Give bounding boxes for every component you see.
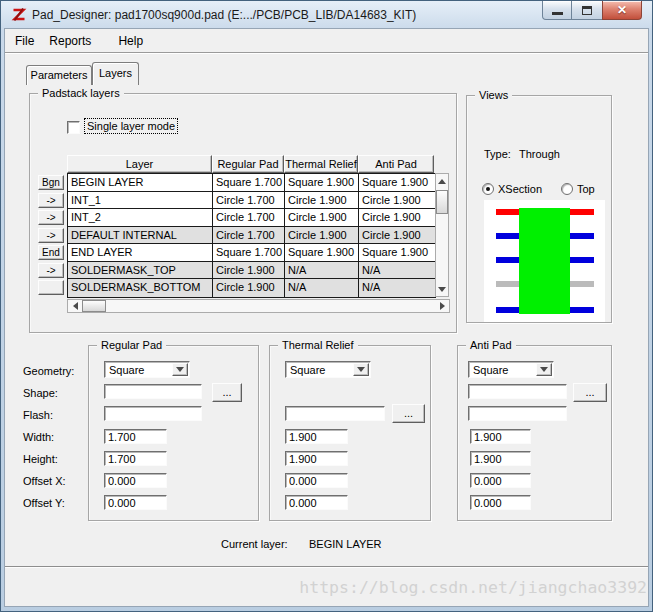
cell-regular-pad[interactable]: Circle 1.900 [213, 279, 285, 297]
tab-layers[interactable]: Layers [92, 62, 139, 85]
cell-layer[interactable]: DEFAULT INTERNAL [68, 227, 213, 244]
cell-thermal-relief[interactable]: N/A [285, 262, 359, 279]
table-row-5[interactable]: SOLDERMASK_TOP Circle 1.900 N/A N/A [68, 262, 435, 280]
menu-file[interactable]: File [11, 32, 38, 50]
cell-thermal-relief[interactable]: N/A [285, 279, 359, 297]
vertical-scroll-thumb[interactable] [436, 190, 448, 214]
thermal-relief-geometry-value: Square [290, 363, 325, 377]
table-horizontal-scrollbar[interactable] [67, 299, 450, 313]
column-header-layer[interactable]: Layer [67, 155, 212, 173]
anti-pad-width-input[interactable] [470, 429, 531, 444]
close-button[interactable]: ✕ [602, 1, 642, 20]
row-button-arrow-2[interactable]: -> [38, 210, 64, 225]
regular-pad-offset-x-input[interactable] [104, 473, 167, 488]
regular-pad-flash-input[interactable] [104, 406, 202, 421]
cell-anti-pad[interactable]: N/A [359, 279, 435, 297]
scroll-left-icon[interactable] [71, 300, 79, 312]
regular-pad-height-input[interactable] [104, 451, 167, 466]
cell-thermal-relief[interactable]: Circle 1.900 [285, 227, 359, 244]
cell-anti-pad[interactable]: Circle 1.900 [359, 192, 435, 209]
anti-pad-height-input[interactable] [470, 451, 531, 466]
table-row-1[interactable]: INT_1 Circle 1.700 Circle 1.900 Circle 1… [68, 192, 435, 210]
single-layer-mode-checkbox[interactable] [67, 121, 80, 134]
cell-layer[interactable]: END LAYER [68, 244, 213, 261]
row-button-arrow-5[interactable]: -> [38, 263, 64, 278]
row-button-arrow-3[interactable]: -> [38, 228, 64, 243]
top-radio[interactable] [561, 183, 573, 195]
cell-layer[interactable]: BEGIN LAYER [68, 174, 213, 191]
regular-pad-offset-y-input[interactable] [104, 495, 167, 510]
tab-parameters[interactable]: Parameters [26, 65, 92, 85]
top-radio-label[interactable]: Top [577, 183, 595, 195]
cell-anti-pad[interactable]: Square 1.900 [359, 174, 435, 191]
scroll-up-icon[interactable] [436, 177, 448, 185]
menu-help[interactable]: Help [114, 32, 147, 50]
caption-buttons: ✕ [542, 1, 642, 20]
anti-pad-geometry-select[interactable]: Square [468, 361, 554, 378]
anti-pad-offset-x-input[interactable] [470, 473, 531, 488]
maximize-button[interactable] [572, 1, 602, 20]
cell-layer[interactable]: SOLDERMASK_TOP [68, 262, 213, 279]
app-icon [11, 7, 27, 23]
xsection-radio-label[interactable]: XSection [498, 183, 542, 195]
cell-layer[interactable]: INT_2 [68, 209, 213, 226]
row-button-end[interactable]: End [38, 245, 64, 260]
column-header-regular-pad[interactable]: Regular Pad [212, 155, 284, 173]
thermal-relief-height-input[interactable] [285, 451, 348, 466]
anti-pad-shape-browse-button[interactable]: ... [573, 383, 607, 402]
cell-regular-pad[interactable]: Circle 1.700 [213, 227, 285, 244]
chevron-down-icon[interactable] [536, 363, 552, 376]
scroll-down-icon[interactable] [436, 285, 448, 293]
scroll-right-icon[interactable] [438, 300, 446, 312]
single-layer-mode-label[interactable]: Single layer mode [85, 119, 177, 133]
cell-regular-pad[interactable]: Square 1.700 [213, 174, 285, 191]
cell-regular-pad[interactable]: Circle 1.900 [213, 262, 285, 279]
pad-designer-window: Pad_Designer: pad1700sq900d.pad (E:.../P… [0, 0, 653, 612]
table-row-0[interactable]: BEGIN LAYER Square 1.700 Square 1.900 Sq… [68, 174, 435, 192]
minimize-button[interactable] [542, 1, 572, 20]
regular-pad-geometry-select[interactable]: Square [104, 361, 190, 378]
cell-thermal-relief[interactable]: Circle 1.900 [285, 209, 359, 226]
table-row-2[interactable]: INT_2 Circle 1.700 Circle 1.900 Circle 1… [68, 209, 435, 227]
cell-regular-pad[interactable]: Circle 1.700 [213, 192, 285, 209]
column-header-thermal-relief[interactable]: Thermal Relief [284, 155, 358, 173]
cell-thermal-relief[interactable]: Circle 1.900 [285, 192, 359, 209]
chevron-down-icon[interactable] [172, 363, 188, 376]
row-button-arrow-1[interactable]: -> [38, 193, 64, 208]
cell-regular-pad[interactable]: Square 1.700 [213, 244, 285, 261]
cell-anti-pad[interactable]: Square 1.900 [359, 244, 435, 261]
chevron-down-icon[interactable] [353, 363, 369, 376]
type-label: Type: [484, 148, 511, 160]
column-header-anti-pad[interactable]: Anti Pad [358, 155, 434, 173]
thermal-relief-flash-input[interactable] [285, 406, 385, 421]
anti-pad-shape-input[interactable] [468, 384, 567, 399]
cell-layer[interactable]: SOLDERMASK_BOTTOM [68, 279, 213, 297]
thermal-relief-flash-browse-button[interactable]: ... [392, 404, 425, 423]
menu-reports[interactable]: Reports [45, 32, 95, 50]
cell-thermal-relief[interactable]: Square 1.900 [285, 244, 359, 261]
cell-regular-pad[interactable]: Circle 1.700 [213, 209, 285, 226]
thermal-relief-width-input[interactable] [285, 429, 348, 444]
title-bar[interactable]: Pad_Designer: pad1700sq900d.pad (E:.../P… [4, 1, 649, 28]
anti-pad-offset-y-input[interactable] [470, 495, 531, 510]
table-row-3[interactable]: DEFAULT INTERNAL Circle 1.700 Circle 1.9… [68, 227, 435, 245]
cell-layer[interactable]: INT_1 [68, 192, 213, 209]
thermal-relief-offset-x-input[interactable] [285, 473, 348, 488]
anti-pad-flash-input[interactable] [468, 406, 567, 421]
regular-pad-width-input[interactable] [104, 429, 167, 444]
row-button-blank[interactable] [38, 280, 64, 295]
regular-pad-shape-browse-button[interactable]: ... [212, 383, 242, 402]
cell-anti-pad[interactable]: Circle 1.900 [359, 227, 435, 244]
cell-thermal-relief[interactable]: Square 1.900 [285, 174, 359, 191]
cell-anti-pad[interactable]: Circle 1.900 [359, 209, 435, 226]
xsection-radio[interactable] [482, 183, 494, 195]
thermal-relief-geometry-select[interactable]: Square [285, 361, 371, 378]
thermal-relief-offset-y-input[interactable] [285, 495, 348, 510]
cell-anti-pad[interactable]: N/A [359, 262, 435, 279]
horizontal-scroll-thumb[interactable] [82, 300, 106, 312]
regular-pad-shape-input[interactable] [104, 384, 202, 399]
table-row-4[interactable]: END LAYER Square 1.700 Square 1.900 Squa… [68, 244, 435, 262]
table-vertical-scrollbar[interactable] [435, 173, 449, 297]
row-button-bgn[interactable]: Bgn [38, 175, 64, 190]
table-row-6[interactable]: SOLDERMASK_BOTTOM Circle 1.900 N/A N/A [68, 279, 435, 297]
